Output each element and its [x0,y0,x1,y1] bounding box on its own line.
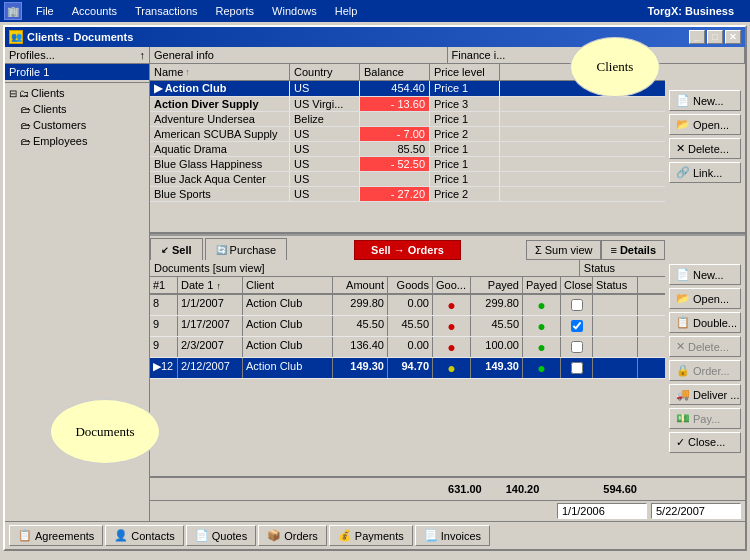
col-header-country[interactable]: Country [290,64,360,80]
tab-details[interactable]: ≡ Details [601,240,665,260]
new-client-button[interactable]: 📄 New... [669,90,741,111]
new-doc-button[interactable]: 📄 New... [669,264,741,285]
col-num[interactable]: #1 [150,277,178,293]
tree-customers[interactable]: 🗁 Clients [5,101,149,117]
doc-row-1[interactable]: 9 1/17/2007 Action Club 45.50 45.50 ● 45… [150,316,665,337]
tree-vendors[interactable]: 🗁 Employees [5,133,149,149]
client-name-0: ▶ Action Club [150,81,290,96]
doc-row-0[interactable]: 8 1/1/2007 Action Club 299.80 0.00 ● 299… [150,295,665,316]
col-header-price-level[interactable]: Price level [430,64,500,80]
client-row-5[interactable]: Blue Glass Happiness US - 52.50 Price 1 [150,157,665,172]
col-header-balance[interactable]: Balance [360,64,430,80]
tab-quotes[interactable]: 📄 Quotes [186,525,256,546]
tab-agreements[interactable]: 📋 Agreements [9,525,103,546]
tab-sum-view[interactable]: Σ Sum view [526,240,602,260]
doc-status-1 [593,316,638,336]
minimize-button[interactable]: _ [689,30,705,44]
tab-purchase[interactable]: 🔄 Purchase [205,238,287,260]
doc-goods-status-3: ● [433,358,471,378]
pay-doc-button[interactable]: 💵 Pay... [669,408,741,429]
doc-payed-status-0: ● [523,295,561,315]
doc-closed-0[interactable] [561,295,593,315]
menu-reports[interactable]: Reports [208,3,263,19]
tab-invoices[interactable]: 📃 Invoices [415,525,490,546]
client-price-5: Price 1 [430,157,500,171]
close-doc-button[interactable]: ✓ Close... [669,432,741,453]
deliver-doc-button[interactable]: 🚚 Deliver ... [669,384,741,405]
app-icon: 🏢 [4,2,22,20]
deliver-icon: 🚚 [676,388,690,401]
col-goods[interactable]: Goods [388,277,433,293]
tree-employees[interactable]: 🗁 Customers [5,117,149,133]
open-doc-button[interactable]: 📂 Open... [669,288,741,309]
col-status[interactable]: Status [593,277,638,293]
doc-closed-1[interactable] [561,316,593,336]
tree-root-clients[interactable]: ⊟ 🗂 Clients [5,85,149,101]
client-row-7[interactable]: Blue Sports US - 27.20 Price 2 [150,187,665,202]
col-client[interactable]: Client [243,277,333,293]
link-client-button[interactable]: 🔗 Link... [669,162,741,183]
menu-windows[interactable]: Windows [264,3,325,19]
menu-file[interactable]: File [28,3,62,19]
client-country-5: US [290,157,360,171]
client-row-4[interactable]: Aquatic Drama US 85.50 Price 1 [150,142,665,157]
col-date[interactable]: Date 1 ↑ [178,277,243,293]
doc-row-3[interactable]: ▶12 2/12/2007 Action Club 149.30 94.70 ●… [150,358,665,379]
client-name-6: Blue Jack Aqua Center [150,172,290,186]
client-name-7: Blue Sports [150,187,290,201]
tab-payments[interactable]: 💰 Payments [329,525,413,546]
doc-date-0: 1/1/2007 [178,295,243,315]
date-to-input[interactable] [651,503,741,519]
client-row-3[interactable]: American SCUBA Supply US - 7.00 Price 2 [150,127,665,142]
col-payed2[interactable]: Payed [523,277,561,293]
tab-sell[interactable]: ↙ Sell [150,238,203,260]
col-closed[interactable]: Closed [561,277,593,293]
client-row-2[interactable]: Adventure Undersea Belize Price 1 [150,112,665,127]
closed-checkbox-1[interactable] [571,320,583,332]
client-balance-2 [360,112,430,126]
docs-grid-container: Documents [sum view] Status #1 Date 1 ↑ … [150,260,745,476]
order-doc-button[interactable]: 🔒 Order... [669,360,741,381]
client-balance-5: - 52.50 [360,157,430,171]
sell-orders-button[interactable]: Sell → Orders [354,240,461,260]
client-country-4: US [290,142,360,156]
closed-checkbox-3[interactable] [571,362,583,374]
col-header-name[interactable]: Name ↑ [150,64,290,80]
doc-num-2: 9 [150,337,178,357]
doc-closed-2[interactable] [561,337,593,357]
tab-orders[interactable]: 📦 Orders [258,525,327,546]
open-client-button[interactable]: 📂 Open... [669,114,741,135]
col-goods2[interactable]: Goo... [433,277,471,293]
clients-balloon: Clients [570,37,660,97]
delete-doc-button[interactable]: ✕ Delete... [669,336,741,357]
menu-accounts[interactable]: Accounts [64,3,125,19]
profile-1-item[interactable]: Profile 1 [5,64,149,80]
client-price-1: Price 3 [430,97,500,111]
profiles-label[interactable]: Profiles... [9,49,55,61]
doc-row-2[interactable]: 9 2/3/2007 Action Club 136.40 0.00 ● 100… [150,337,665,358]
double-doc-button[interactable]: 📋 Double... [669,312,741,333]
open-doc-icon: 📂 [676,292,690,305]
doc-closed-3[interactable] [561,358,593,378]
closed-checkbox-0[interactable] [571,299,583,311]
client-row-1[interactable]: Action Diver Supply US Virgi... - 13.60 … [150,97,665,112]
col-payed[interactable]: Payed [471,277,523,293]
profile-sort: ↑ [140,49,146,61]
doc-date-2: 2/3/2007 [178,337,243,357]
doc-goods-status-1: ● [433,316,471,336]
col-amount[interactable]: Amount [333,277,388,293]
closed-checkbox-2[interactable] [571,341,583,353]
doc-status-3 [593,358,638,378]
delete-client-button[interactable]: ✕ Delete... [669,138,741,159]
date-from-input[interactable] [557,503,647,519]
app-title: TorgX: Business [635,3,746,19]
docs-label: Documents [sum view] [150,260,580,276]
close-button[interactable]: ✕ [725,30,741,44]
tab-contacts[interactable]: 👤 Contacts [105,525,183,546]
menu-help[interactable]: Help [327,3,366,19]
menu-transactions[interactable]: Transactions [127,3,206,19]
client-row-6[interactable]: Blue Jack Aqua Center US Price 1 [150,172,665,187]
documents-balloon: Documents [50,399,160,464]
maximize-button[interactable]: □ [707,30,723,44]
client-balance-0: 454.40 [360,81,430,96]
